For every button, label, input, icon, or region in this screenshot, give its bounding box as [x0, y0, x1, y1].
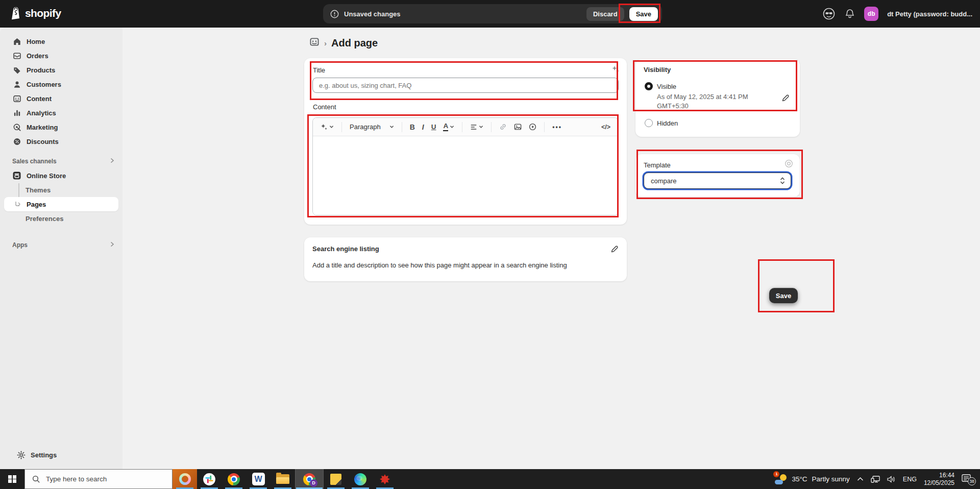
bold-button[interactable]: B: [407, 121, 418, 133]
link-button[interactable]: [497, 121, 509, 133]
hidden-radio-label[interactable]: Hidden: [657, 119, 678, 127]
sidebar-item-preferences[interactable]: Preferences: [4, 211, 118, 226]
profile-badge: D: [310, 479, 317, 487]
chrome-icon: [228, 473, 240, 485]
word-icon: W: [252, 473, 265, 485]
content-editor-area[interactable]: [313, 136, 618, 215]
paragraph-style-dropdown[interactable]: Paragraph: [347, 121, 397, 133]
template-selected-value: compare: [651, 177, 677, 185]
sidebar-item-content[interactable]: Content: [4, 91, 118, 106]
template-select[interactable]: compare: [644, 173, 791, 189]
more-options-button[interactable]: •••: [550, 121, 565, 133]
sidebar-item-analytics[interactable]: Analytics: [4, 106, 118, 120]
edit-visibility-pencil-icon[interactable]: [780, 93, 791, 103]
taskbar-word-icon[interactable]: W: [246, 469, 271, 489]
visible-radio[interactable]: [645, 82, 653, 90]
magic-sparkle-icon[interactable]: [610, 64, 621, 75]
title-input[interactable]: [312, 78, 619, 93]
screen: shopify Unsaved changes Discard Save db …: [0, 0, 980, 489]
sidebar-item-marketing[interactable]: Marketing: [4, 120, 118, 134]
edit-pencil-icon[interactable]: [609, 244, 620, 254]
breadcrumb: › Add page: [309, 37, 378, 49]
title-field-label: Title: [313, 66, 325, 74]
discounts-icon: [12, 137, 21, 146]
save-button-floating[interactable]: Save: [769, 288, 798, 303]
visibility-card-title: Visibility: [644, 66, 671, 74]
taskbar-red-app-icon[interactable]: [373, 469, 397, 489]
taskbar-chrome-icon[interactable]: [222, 469, 246, 489]
weather-badge: 1: [773, 471, 779, 477]
visibility-card: Visibility Visible As of May 12, 2025 at…: [635, 59, 800, 137]
notification-bell-icon[interactable]: [844, 8, 855, 19]
seo-card: Search engine listing Add a title and de…: [304, 237, 627, 281]
insert-image-button[interactable]: [511, 121, 524, 133]
code-view-button[interactable]: </>: [599, 121, 613, 133]
volume-icon[interactable]: [887, 476, 896, 483]
shopify-logo[interactable]: shopify: [10, 7, 61, 20]
taskbar-sticky-notes-icon[interactable]: [324, 469, 348, 489]
seo-card-description: Add a title and description to see how t…: [312, 261, 567, 269]
save-button-topbar[interactable]: Save: [629, 7, 658, 21]
edge-icon: [354, 473, 366, 485]
store-avatar-icon[interactable]: [822, 7, 836, 20]
taskbar-chrome-profile-icon[interactable]: D: [295, 469, 324, 489]
unsaved-changes-bar: Unsaved changes Discard Save: [323, 4, 662, 23]
content-icon: [12, 94, 21, 103]
language-indicator[interactable]: ENG: [903, 476, 917, 483]
weather-temp: 35°C: [792, 475, 807, 483]
start-button[interactable]: [0, 469, 24, 489]
sidebar-item-home[interactable]: Home: [4, 34, 118, 48]
sidebar-item-settings[interactable]: Settings: [8, 448, 114, 462]
shopify-wordmark: shopify: [25, 7, 61, 19]
network-icon[interactable]: [871, 476, 880, 483]
user-avatar[interactable]: db: [864, 7, 878, 21]
ai-magic-button[interactable]: [318, 121, 336, 133]
visible-schedule-line2: GMT+5:30: [657, 102, 689, 110]
weather-desc: Partly sunny: [812, 475, 850, 483]
gear-icon: [16, 450, 26, 459]
annotation-floating-save: [758, 259, 835, 312]
sidebar-header-sales-channels[interactable]: Sales channels: [4, 154, 118, 168]
visible-radio-label[interactable]: Visible: [657, 83, 676, 90]
tree-arrow-icon: [14, 200, 21, 209]
sidebar-item-orders[interactable]: Orders: [4, 48, 118, 63]
taskbar-edge-icon[interactable]: [348, 469, 373, 489]
taskbar-copilot-icon[interactable]: [173, 469, 197, 489]
hidden-radio[interactable]: [645, 119, 653, 127]
sidebar-item-themes[interactable]: Themes: [4, 183, 118, 197]
taskbar-search[interactable]: Type here to search: [24, 469, 173, 489]
sidebar-item-discounts[interactable]: Discounts: [4, 134, 118, 149]
chevron-down-icon: [450, 125, 454, 129]
sidebar-item-label: Marketing: [27, 124, 58, 131]
template-card-title: Template: [644, 161, 671, 169]
taskbar-slack-icon[interactable]: [197, 469, 222, 489]
toolbar-divider: [491, 122, 492, 132]
discard-button[interactable]: Discard: [586, 7, 624, 21]
taskbar-file-explorer-icon[interactable]: [271, 469, 295, 489]
page-type-icon[interactable]: [309, 37, 320, 49]
alignment-button[interactable]: [468, 121, 486, 133]
action-center-icon[interactable]: 38: [962, 474, 975, 484]
sidebar-item-products[interactable]: Products: [4, 63, 118, 77]
page-title: Add page: [331, 37, 378, 49]
home-icon: [12, 37, 21, 46]
underline-button[interactable]: U: [429, 121, 439, 133]
sidebar-item-customers[interactable]: Customers: [4, 77, 118, 91]
taskbar-right: 1 35°C Partly sunny ENG 16:44 12/05/2025: [775, 469, 980, 489]
tray-chevron-up-icon[interactable]: [857, 477, 864, 481]
sidebar-item-online-store[interactable]: Online Store: [4, 168, 118, 183]
pages-label: Pages: [27, 201, 46, 208]
insert-video-button[interactable]: [526, 121, 539, 133]
date-label: 12/05/2025: [924, 479, 954, 487]
text-color-button[interactable]: A: [440, 120, 457, 133]
sidebar-header-apps[interactable]: Apps: [4, 238, 118, 252]
toolbar-divider: [462, 122, 462, 132]
sticky-notes-icon: [330, 474, 341, 485]
taskbar-clock[interactable]: 16:44 12/05/2025: [924, 472, 954, 487]
user-name-label[interactable]: dt Petty (password: budd...: [887, 10, 972, 18]
settings-label: Settings: [31, 451, 57, 459]
windows-logo-icon: [8, 475, 16, 483]
weather-widget[interactable]: 1 35°C Partly sunny: [775, 473, 849, 485]
italic-button[interactable]: I: [420, 121, 427, 133]
sidebar-item-pages[interactable]: Pages: [4, 197, 118, 211]
